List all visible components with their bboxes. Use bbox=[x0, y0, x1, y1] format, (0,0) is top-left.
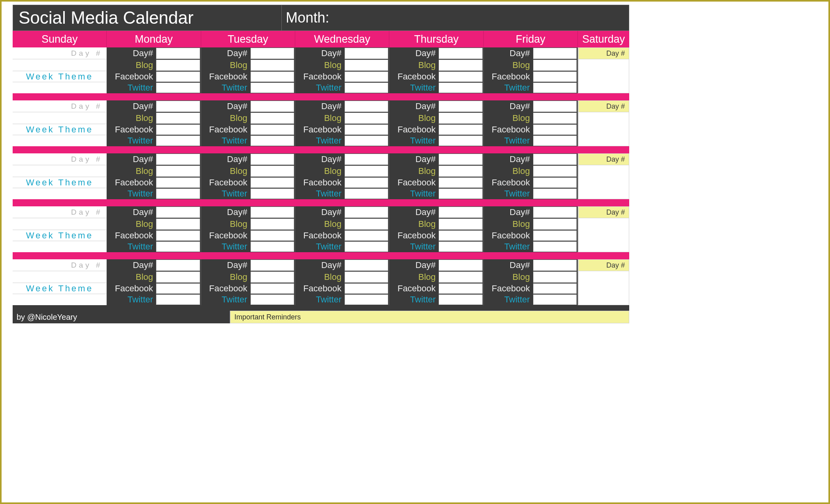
day-input[interactable] bbox=[251, 154, 294, 165]
twitter-input[interactable] bbox=[156, 83, 200, 93]
blog-input[interactable] bbox=[439, 219, 482, 230]
day-input[interactable] bbox=[439, 101, 482, 112]
twitter-input[interactable] bbox=[345, 242, 388, 252]
facebook-input[interactable] bbox=[533, 72, 577, 82]
facebook-input[interactable] bbox=[345, 230, 388, 241]
day-input[interactable] bbox=[439, 48, 482, 59]
facebook-input[interactable] bbox=[156, 72, 200, 82]
day-input[interactable] bbox=[439, 260, 482, 271]
day-input[interactable] bbox=[345, 154, 388, 165]
sunday-input-row1[interactable] bbox=[13, 218, 106, 230]
facebook-input[interactable] bbox=[533, 177, 577, 188]
day-input[interactable] bbox=[251, 101, 294, 112]
twitter-input[interactable] bbox=[439, 294, 482, 305]
facebook-input[interactable] bbox=[439, 177, 482, 188]
facebook-input[interactable] bbox=[345, 72, 388, 82]
day-input[interactable] bbox=[533, 154, 577, 165]
sunday-input-row2[interactable] bbox=[13, 188, 106, 199]
day-input[interactable] bbox=[156, 101, 200, 112]
blog-input[interactable] bbox=[251, 166, 294, 177]
blog-input[interactable] bbox=[345, 60, 388, 71]
blog-input[interactable] bbox=[439, 113, 482, 124]
blog-input[interactable] bbox=[156, 113, 200, 124]
saturday-input[interactable] bbox=[578, 271, 629, 305]
sunday-input-row1[interactable] bbox=[13, 112, 106, 124]
saturday-input[interactable] bbox=[578, 165, 629, 199]
blog-input[interactable] bbox=[156, 60, 200, 71]
facebook-input[interactable] bbox=[251, 230, 294, 241]
day-input[interactable] bbox=[345, 101, 388, 112]
saturday-input[interactable] bbox=[578, 218, 629, 252]
day-input[interactable] bbox=[251, 260, 294, 271]
twitter-input[interactable] bbox=[251, 189, 294, 199]
blog-input[interactable] bbox=[533, 219, 577, 230]
day-input[interactable] bbox=[345, 260, 388, 271]
twitter-input[interactable] bbox=[439, 242, 482, 252]
sunday-input-row1[interactable] bbox=[13, 59, 106, 71]
sunday-input-row2[interactable] bbox=[13, 241, 106, 252]
twitter-input[interactable] bbox=[345, 136, 388, 146]
twitter-input[interactable] bbox=[345, 83, 388, 93]
blog-input[interactable] bbox=[251, 113, 294, 124]
facebook-input[interactable] bbox=[439, 125, 482, 135]
twitter-input[interactable] bbox=[251, 294, 294, 305]
twitter-input[interactable] bbox=[156, 136, 200, 146]
blog-input[interactable] bbox=[251, 219, 294, 230]
twitter-input[interactable] bbox=[439, 136, 482, 146]
blog-input[interactable] bbox=[345, 219, 388, 230]
facebook-input[interactable] bbox=[156, 230, 200, 241]
twitter-input[interactable] bbox=[533, 136, 577, 146]
twitter-input[interactable] bbox=[345, 189, 388, 199]
facebook-input[interactable] bbox=[156, 177, 200, 188]
facebook-input[interactable] bbox=[251, 177, 294, 188]
blog-input[interactable] bbox=[345, 272, 388, 283]
blog-input[interactable] bbox=[345, 166, 388, 177]
facebook-input[interactable] bbox=[251, 125, 294, 135]
day-input[interactable] bbox=[156, 260, 200, 271]
blog-input[interactable] bbox=[533, 113, 577, 124]
facebook-input[interactable] bbox=[533, 283, 577, 294]
twitter-input[interactable] bbox=[156, 294, 200, 305]
twitter-input[interactable] bbox=[439, 189, 482, 199]
blog-input[interactable] bbox=[156, 272, 200, 283]
sunday-input-row2[interactable] bbox=[13, 294, 106, 305]
day-input[interactable] bbox=[251, 207, 294, 218]
day-input[interactable] bbox=[345, 48, 388, 59]
twitter-input[interactable] bbox=[251, 83, 294, 93]
facebook-input[interactable] bbox=[345, 283, 388, 294]
day-input[interactable] bbox=[533, 101, 577, 112]
day-input[interactable] bbox=[439, 154, 482, 165]
day-input[interactable] bbox=[533, 207, 577, 218]
twitter-input[interactable] bbox=[345, 294, 388, 305]
blog-input[interactable] bbox=[533, 272, 577, 283]
day-input[interactable] bbox=[156, 207, 200, 218]
saturday-input[interactable] bbox=[578, 59, 629, 93]
twitter-input[interactable] bbox=[533, 242, 577, 252]
facebook-input[interactable] bbox=[439, 230, 482, 241]
day-input[interactable] bbox=[156, 48, 200, 59]
blog-input[interactable] bbox=[439, 272, 482, 283]
twitter-input[interactable] bbox=[533, 189, 577, 199]
facebook-input[interactable] bbox=[345, 125, 388, 135]
blog-input[interactable] bbox=[533, 166, 577, 177]
sunday-input-row2[interactable] bbox=[13, 82, 106, 93]
facebook-input[interactable] bbox=[251, 283, 294, 294]
day-input[interactable] bbox=[156, 154, 200, 165]
blog-input[interactable] bbox=[251, 60, 294, 71]
twitter-input[interactable] bbox=[156, 242, 200, 252]
day-input[interactable] bbox=[533, 48, 577, 59]
twitter-input[interactable] bbox=[533, 83, 577, 93]
twitter-input[interactable] bbox=[251, 136, 294, 146]
facebook-input[interactable] bbox=[345, 177, 388, 188]
facebook-input[interactable] bbox=[251, 72, 294, 82]
facebook-input[interactable] bbox=[439, 72, 482, 82]
facebook-input[interactable] bbox=[156, 125, 200, 135]
blog-input[interactable] bbox=[156, 166, 200, 177]
blog-input[interactable] bbox=[439, 166, 482, 177]
twitter-input[interactable] bbox=[439, 83, 482, 93]
twitter-input[interactable] bbox=[251, 242, 294, 252]
blog-input[interactable] bbox=[251, 272, 294, 283]
sunday-input-row1[interactable] bbox=[13, 165, 106, 177]
day-input[interactable] bbox=[251, 48, 294, 59]
sunday-input-row2[interactable] bbox=[13, 135, 106, 146]
